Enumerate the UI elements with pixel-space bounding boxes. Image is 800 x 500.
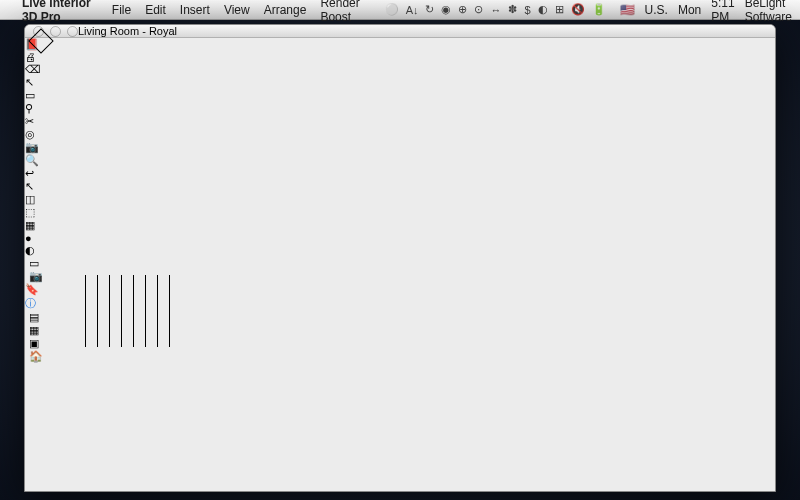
view-mode-group: ↖ ◫ ⬚ ▦ [25, 180, 775, 232]
render-group: ● ◐ [25, 232, 775, 257]
volume-icon[interactable]: 🔇 [571, 3, 585, 16]
view-3d[interactable]: ▦ [25, 219, 775, 232]
status-icon[interactable]: ◐ [538, 3, 548, 16]
cut-tool[interactable]: ✂ [25, 115, 775, 128]
document-title: Living Room - Royal [78, 25, 177, 37]
zoom-tool[interactable]: 🔍 [25, 154, 775, 167]
status-icon[interactable]: ↔ [490, 4, 501, 16]
window-titlebar[interactable]: Living Room - Royal [25, 25, 775, 38]
status-icon[interactable]: ✽ [508, 3, 517, 16]
status-icon[interactable]: ⊙ [474, 3, 483, 16]
library-button[interactable]: 📕 [25, 38, 775, 51]
print-button[interactable]: 🖨 [25, 51, 775, 63]
clear-button[interactable]: ⌫ [25, 63, 775, 76]
view-split[interactable]: ◫ [25, 193, 775, 206]
menu-render-boost[interactable]: Render Boost [320, 0, 370, 24]
status-icon[interactable]: ↻ [425, 3, 434, 16]
input-flag-icon[interactable]: 🇺🇸 [620, 3, 635, 17]
menu-file[interactable]: File [112, 3, 131, 17]
app-window: Living Room - Royal 📕 🖨 ⌫ ↖ ▭ ⚲ ✂ ◎ 📷 🔍 … [24, 24, 776, 492]
input-locale[interactable]: U.S. [645, 3, 668, 17]
target-tool[interactable]: ◎ [25, 128, 775, 141]
render-settings[interactable]: ◐ [25, 244, 775, 257]
wall-tool[interactable]: ▭ [25, 89, 775, 102]
split-view: 815.70 ft 145.95 ft Ground Floor 150% [25, 363, 775, 492]
minimize-button[interactable] [50, 26, 61, 37]
render-start[interactable]: ● [25, 232, 775, 244]
menu-arrange[interactable]: Arrange [264, 3, 307, 17]
window-title: Living Room - Royal [78, 25, 177, 37]
zoom-button[interactable] [67, 26, 78, 37]
macos-menubar: Live Interior 3D Pro File Edit Insert Vi… [0, 0, 800, 20]
select-tool[interactable]: ↖ [25, 76, 775, 89]
undo-button[interactable]: ↩ [25, 167, 775, 180]
menu-edit[interactable]: Edit [145, 3, 166, 17]
battery-icon[interactable]: 🔋 [592, 3, 606, 16]
menu-insert[interactable]: Insert [180, 3, 210, 17]
status-icon[interactable]: A↓ [406, 4, 419, 16]
status-icon[interactable]: ◉ [441, 3, 451, 16]
clock-time[interactable]: 5:11 PM [711, 0, 734, 24]
vendor-menu[interactable]: BeLight Software [745, 0, 792, 24]
app-menu[interactable]: Live Interior 3D Pro [22, 0, 98, 24]
view-plan[interactable]: ⬚ [25, 206, 775, 219]
floor-plan-canvas[interactable]: 815.70 ft 145.95 ft [25, 363, 775, 492]
plan-pane: 815.70 ft 145.95 ft Ground Floor 150% [25, 363, 775, 492]
room-tool[interactable]: ⚲ [25, 102, 775, 115]
capture-area[interactable]: ▭ [29, 257, 775, 270]
status-icon[interactable]: $ [524, 4, 530, 16]
status-icon[interactable]: ⊕ [458, 3, 467, 16]
clock-day[interactable]: Mon [678, 3, 701, 17]
menubar-status-icons: ⚪ A↓ ↻ ◉ ⊕ ⊙ ↔ ✽ $ ◐ ⊞ 🔇 🔋 [385, 3, 606, 16]
status-icon[interactable]: ⊞ [555, 3, 564, 16]
view-select[interactable]: ↖ [25, 180, 775, 193]
camera-tool[interactable]: 📷 [25, 141, 775, 154]
status-icon[interactable]: ⚪ [385, 3, 399, 16]
menu-view[interactable]: View [224, 3, 250, 17]
panel-home[interactable]: 🏠 [29, 350, 775, 363]
